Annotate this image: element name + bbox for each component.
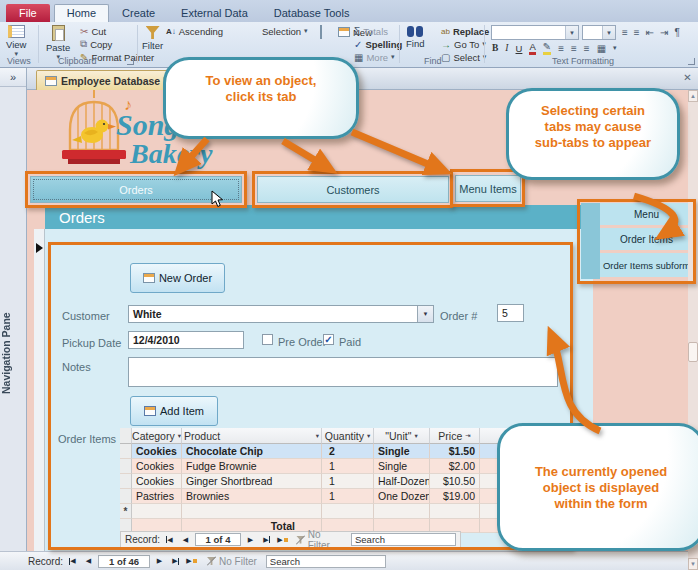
check-icon: ✓ <box>354 39 362 50</box>
list-controls[interactable]: ≡ ≡ ⇤ ⇥ ¶ <box>622 26 680 38</box>
font-family-combo[interactable]: ▼ <box>491 25 579 40</box>
copy-label: Copy <box>90 39 112 50</box>
spelling-label: Spelling <box>365 39 402 50</box>
record-label: Record: <box>28 556 63 567</box>
more-label: More <box>366 52 388 63</box>
filter-label: Filter <box>142 40 163 51</box>
bullets-icon[interactable]: ≡ <box>622 27 628 38</box>
copy-button[interactable]: ⧉ Copy <box>80 38 112 50</box>
bold-icon[interactable]: B <box>492 43 498 53</box>
text-formatting-dialog-launcher[interactable] <box>688 58 695 65</box>
paste-button[interactable]: Paste ▾ <box>46 25 70 60</box>
replace-button[interactable]: ab Replace <box>441 25 489 37</box>
gridlines-icon[interactable]: ▦ <box>597 43 606 54</box>
next-record-button[interactable]: ▶ <box>153 555 166 567</box>
totals-button[interactable]: Σ Totals <box>354 25 388 37</box>
status-bar: Record: ◀ ◀ 1 of 46 ▶ ▶ ▶ No Filter <box>0 551 698 570</box>
replace-icon: ab <box>441 27 450 36</box>
ribbon-tab-file[interactable]: File <box>6 4 50 22</box>
ascending-label: Ascending <box>179 26 223 37</box>
numbering-icon[interactable]: ≡ <box>634 27 640 38</box>
ribbon-tab-create[interactable]: Create <box>109 4 168 22</box>
logo-wordmark-line2: Bakery <box>130 138 212 170</box>
spelling-button[interactable]: ✓ Spelling <box>354 38 402 50</box>
decrease-indent-icon[interactable]: ⇤ <box>646 27 654 38</box>
record-position[interactable]: 1 of 46 <box>98 555 150 568</box>
previous-record-button[interactable]: ◀ <box>82 555 95 567</box>
binoculars-icon <box>407 26 423 37</box>
totals-label: Totals <box>363 26 388 37</box>
filter-icon <box>146 26 160 39</box>
highlight-icon[interactable]: ✎ <box>543 41 551 55</box>
font-color-icon[interactable]: A <box>529 41 535 55</box>
form-icon <box>45 76 57 86</box>
find-button[interactable]: Find <box>406 26 424 49</box>
cut-button[interactable]: ✂ Cut <box>80 25 106 37</box>
callout-view-object: To view an object, click its tab <box>163 57 359 139</box>
highlight-box-customers-tab <box>252 171 453 208</box>
go-to-button[interactable]: → Go To ▾ <box>441 38 486 50</box>
paragraph-icon[interactable]: ¶ <box>674 27 679 38</box>
status-search-input[interactable] <box>266 555 386 568</box>
form-record-selector[interactable] <box>34 229 45 552</box>
group-separator <box>38 25 39 63</box>
combo-arrow-icon: ▼ <box>565 26 578 39</box>
ribbon-tab-strip: File Home Create External Data Database … <box>0 0 698 22</box>
ribbon-tab-external-data[interactable]: External Data <box>168 4 261 22</box>
access-window: File Home Create External Data Database … <box>0 0 698 570</box>
clipboard-dialog-launcher[interactable] <box>127 58 134 65</box>
ribbon-tab-database-tools[interactable]: Database Tools <box>261 4 363 22</box>
new-blank-record-button[interactable]: ▶ <box>185 555 198 567</box>
views-group-label: Views <box>7 56 31 66</box>
view-button[interactable]: View ▾ <box>6 25 26 57</box>
more-button[interactable]: ▦ More ▾ <box>354 51 395 63</box>
arrow-to-customers-tab <box>283 141 328 168</box>
view-label: View <box>6 39 26 50</box>
group-separator <box>399 25 400 63</box>
dropdown-icon: ▾ <box>613 45 617 51</box>
new-record-star-icon <box>193 559 197 563</box>
grid-icon: ▦ <box>354 52 363 63</box>
document-tab-bar: Employee Database Navigation ✕ <box>27 68 698 90</box>
scroll-down-button[interactable]: ▼ <box>688 558 698 570</box>
scroll-up-button[interactable]: ▲ <box>688 90 698 102</box>
cut-icon: ✂ <box>80 26 88 37</box>
italic-icon[interactable]: I <box>505 43 508 53</box>
highlight-box-menu-items-tab <box>450 169 525 207</box>
group-separator <box>484 25 485 63</box>
cut-label: Cut <box>91 26 106 37</box>
new-record-icon <box>338 27 350 37</box>
sort-arrow-icon: ↓ <box>172 27 176 36</box>
find-label: Find <box>406 38 424 49</box>
ribbon-tab-home[interactable]: Home <box>54 4 109 22</box>
mouse-cursor <box>211 190 225 208</box>
refresh-icon[interactable] <box>320 25 322 39</box>
first-record-button[interactable]: ◀ <box>66 555 79 567</box>
copy-icon: ⧉ <box>80 38 87 50</box>
last-record-button[interactable]: ▶ <box>169 555 182 567</box>
underline-icon[interactable]: U <box>516 43 523 54</box>
callout-sub-tabs: Selecting certain tabs may cause sub-tab… <box>506 88 680 180</box>
close-document-button[interactable]: ✕ <box>680 70 695 85</box>
align-center-icon[interactable]: ≡ <box>571 43 577 54</box>
expand-navigation-pane-button[interactable]: » <box>0 68 26 87</box>
navigation-pane-label: Navigation Pane <box>0 298 27 408</box>
font-size-combo[interactable]: ▼ <box>582 25 616 40</box>
selection-label: Selection <box>262 26 301 37</box>
font-style-controls[interactable]: B I U A ✎ ≡ ≡ ≡ ▦ ▾ <box>492 42 617 54</box>
dropdown-icon: ▾ <box>304 28 308 34</box>
filter-status[interactable]: No Filter <box>207 556 257 567</box>
select-button[interactable]: ▢ Select ▾ <box>441 51 486 63</box>
align-left-icon[interactable]: ≡ <box>558 43 564 54</box>
navigation-pane-collapsed[interactable]: » Navigation Pane <box>0 68 27 551</box>
paste-icon <box>52 25 65 41</box>
dropdown-icon: ▾ <box>391 54 395 60</box>
ascending-button[interactable]: A ↓ Ascending <box>166 25 223 37</box>
scrollbar-thumb[interactable] <box>688 342 698 362</box>
filter-button[interactable]: Filter <box>142 26 163 51</box>
highlight-box-form <box>48 242 573 550</box>
align-right-icon[interactable]: ≡ <box>584 43 590 54</box>
go-to-label: Go To <box>454 39 479 50</box>
increase-indent-icon[interactable]: ⇥ <box>660 27 668 38</box>
selection-button[interactable]: Selection ▾ <box>262 25 308 37</box>
